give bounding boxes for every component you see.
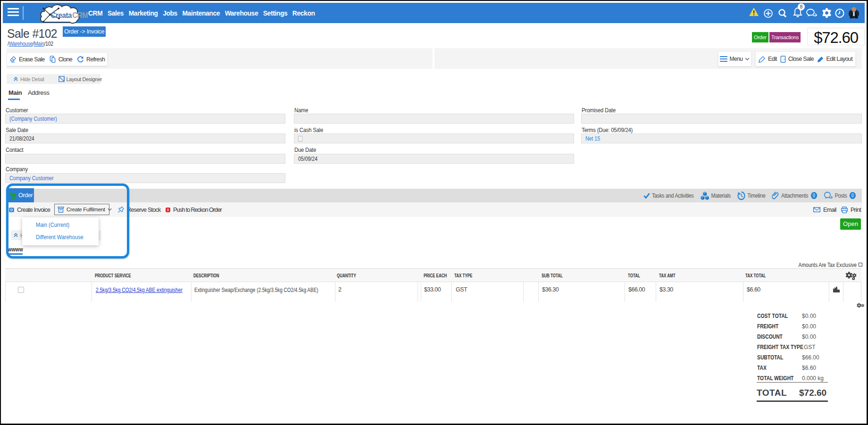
svg-text:CRM: CRM: [72, 11, 88, 19]
svg-text:Creata: Creata: [51, 11, 72, 19]
